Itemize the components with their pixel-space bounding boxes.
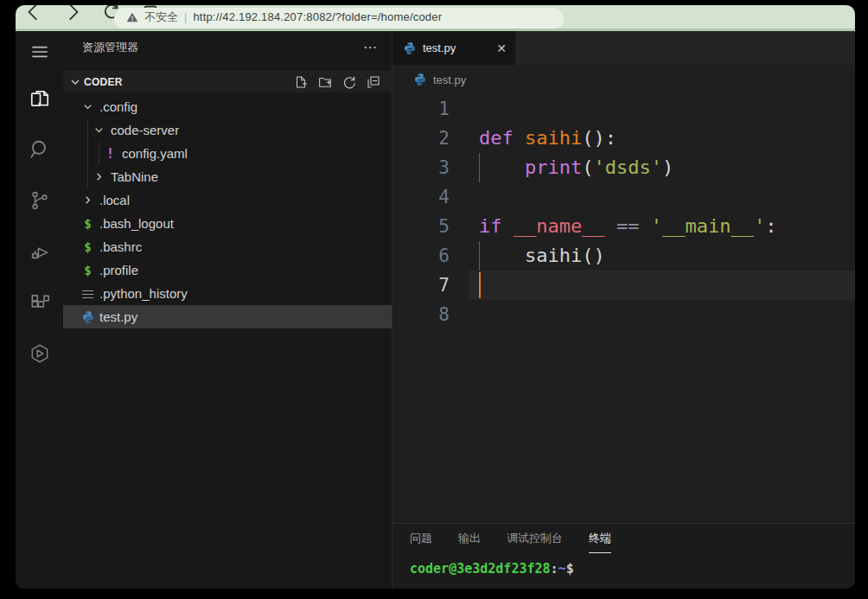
code-line-5[interactable]: 5if __name__ == '__main__': — [393, 212, 855, 241]
editor-group: test.py ✕ test.py 12def saihi():3 print(… — [393, 31, 855, 589]
code-text: print('dsds') — [479, 153, 673, 182]
tree-item-label: code-server — [111, 123, 179, 137]
terminal-prompt: $ — [566, 561, 574, 577]
chevron-down-icon — [92, 123, 106, 137]
tree-item--python-history[interactable]: ———.python_history — [63, 282, 392, 305]
tree-item-label: .bashrc — [99, 239, 142, 254]
refresh-icon[interactable] — [341, 74, 357, 90]
chevron-down-icon — [80, 99, 95, 114]
shell-file-icon: $ — [80, 263, 95, 277]
terminal-path: ~ — [558, 561, 566, 577]
vscode-workbench: 资源管理器 ⋯ CODER .configcode-server!config.… — [16, 31, 855, 589]
code-line-2[interactable]: 2def saihi(): — [393, 124, 855, 153]
tab-test-py[interactable]: test.py ✕ — [393, 31, 515, 65]
tree-indent-guide — [99, 142, 99, 165]
line-number: 7 — [393, 271, 450, 300]
text-cursor — [479, 272, 481, 298]
sidebar-header: 资源管理器 ⋯ — [63, 31, 392, 63]
tab-label: test.py — [423, 41, 490, 54]
chevron-right-icon — [80, 193, 95, 207]
address-separator: | — [184, 10, 187, 23]
code-line-3[interactable]: 3 print('dsds') — [393, 153, 855, 182]
yaml-file-icon: ! — [103, 146, 118, 161]
warning-icon — [126, 14, 138, 23]
new-file-icon[interactable] — [293, 74, 309, 90]
tree-item--local[interactable]: .local — [63, 188, 392, 212]
tree-item-label: .bash_logout — [99, 216, 174, 231]
panel-tab-item[interactable]: 调试控制台 — [507, 531, 563, 553]
close-icon[interactable]: ✕ — [496, 41, 507, 55]
python-file-icon — [403, 41, 417, 55]
shell-file-icon: $ — [80, 239, 95, 254]
code-editor[interactable]: 12def saihi():3 print('dsds')45if __name… — [393, 94, 855, 523]
panel-tab-terminal-active[interactable]: 终端 — [589, 531, 611, 553]
chevron-down-icon — [68, 75, 82, 89]
activity-bar — [16, 31, 63, 589]
tree-item--profile[interactable]: $.profile — [63, 258, 392, 282]
line-number: 4 — [393, 182, 450, 212]
explorer-icon[interactable] — [29, 73, 51, 124]
file-tree: .configcode-server!config.yamlTabNine.lo… — [63, 92, 392, 589]
tree-indent-guide — [87, 118, 88, 188]
tree-item--bash-logout[interactable]: $.bash_logout — [63, 212, 392, 235]
tree-item-label: .profile — [99, 263, 138, 277]
code-text: if __name__ == '__main__': — [479, 212, 776, 241]
breadcrumb[interactable]: test.py — [393, 65, 855, 94]
terminal-colon: : — [551, 561, 558, 577]
tree-item--config[interactable]: .config — [63, 95, 392, 118]
tree-item-config-yaml[interactable]: !config.yaml — [63, 142, 392, 165]
tree-item-label: config.yaml — [122, 146, 188, 161]
collapse-all-icon[interactable] — [366, 74, 381, 90]
tree-item-label: .python_history — [99, 286, 188, 301]
menu-icon[interactable] — [16, 31, 63, 73]
tree-item-label: .local — [99, 193, 130, 207]
search-icon[interactable] — [29, 124, 51, 175]
code-line-4[interactable]: 4 — [393, 182, 855, 212]
line-number: 5 — [393, 212, 450, 241]
browser-toolbar: 不安全 | http://42.192.184.207:8082/?folder… — [16, 5, 855, 29]
chevron-right-icon — [92, 169, 106, 184]
remote-package-icon[interactable] — [29, 328, 51, 379]
python-icon — [80, 309, 95, 324]
tree-item-label: test.py — [99, 309, 137, 324]
terminal[interactable]: coder@3e3d2df23f28:~$ — [393, 561, 855, 577]
extensions-icon[interactable] — [29, 277, 51, 328]
panel-tabs: 问题输出调试控制台终端 — [393, 524, 855, 553]
current-line-highlight — [469, 271, 855, 300]
tree-item-label: TabNine — [111, 169, 158, 184]
breadcrumb-item[interactable]: test.py — [433, 73, 466, 86]
panel-tab-item[interactable]: 问题 — [410, 531, 432, 553]
line-number: 3 — [393, 153, 450, 182]
security-label[interactable]: 不安全 — [144, 10, 178, 25]
tree-item-TabNine[interactable]: TabNine — [63, 165, 392, 188]
line-number: 2 — [393, 124, 450, 153]
tree-item--bashrc[interactable]: $.bashrc — [63, 235, 392, 258]
run-debug-icon[interactable] — [29, 226, 51, 277]
code-line-8[interactable]: 8 — [393, 300, 855, 329]
forward-icon[interactable] — [63, 5, 82, 21]
code-text: saihi() — [479, 241, 605, 271]
default-file-icon: ——— — [80, 286, 95, 301]
line-number: 6 — [393, 241, 450, 271]
tree-item-code-server[interactable]: code-server — [63, 118, 392, 142]
source-control-icon[interactable] — [29, 175, 51, 226]
code-line-6[interactable]: 6 saihi() — [393, 241, 855, 271]
url-text[interactable]: http://42.192.184.207:8082/?folder=/home… — [193, 10, 442, 23]
more-actions-icon[interactable]: ⋯ — [363, 39, 378, 55]
address-bar[interactable]: 不安全 | http://42.192.184.207:8082/?folder… — [114, 8, 564, 29]
code-text: def saihi(): — [479, 124, 616, 153]
new-folder-icon[interactable] — [317, 74, 333, 90]
tree-item-label: .config — [99, 99, 137, 114]
code-line-1[interactable]: 1 — [393, 94, 855, 124]
shell-file-icon: $ — [80, 216, 95, 231]
browser-window: 不安全 | http://42.192.184.207:8082/?folder… — [16, 5, 855, 589]
back-icon[interactable] — [24, 5, 43, 21]
code-line-7[interactable]: 7 — [393, 271, 855, 300]
panel-tab-item[interactable]: 输出 — [458, 531, 481, 553]
line-number: 1 — [393, 94, 450, 124]
terminal-user: coder@3e3d2df23f28 — [410, 561, 551, 577]
python-file-icon — [413, 73, 427, 86]
tree-item-test-py[interactable]: test.py — [63, 305, 392, 328]
bottom-panel: 问题输出调试控制台终端 coder@3e3d2df23f28:~$ — [393, 523, 855, 589]
section-header-coder[interactable]: CODER — [63, 71, 392, 92]
